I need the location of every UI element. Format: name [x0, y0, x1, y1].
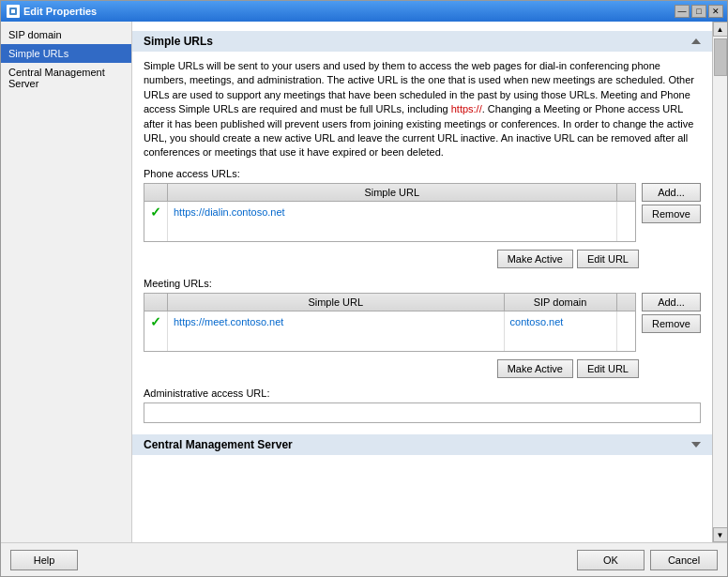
ok-button[interactable]: OK	[577, 550, 645, 570]
meeting-bottom-buttons: Make Active Edit URL	[144, 359, 701, 378]
meeting-table-header-row: Simple URL SIP domain	[144, 294, 635, 311]
scroll-up-button[interactable]: ▲	[713, 22, 728, 37]
phone-table-header-row: Simple URL	[144, 184, 635, 202]
phone-row-extra	[616, 201, 635, 222]
meeting-add-button[interactable]: Add...	[642, 293, 701, 311]
phone-table-actions: Add... Remove	[642, 183, 701, 223]
phone-table-area: Simple URL ✓	[144, 183, 701, 246]
phone-table-container: Simple URL ✓	[144, 183, 636, 242]
main-content: SIP domain Simple URLs Central Managemen…	[1, 22, 727, 542]
meeting-col-extra	[616, 294, 635, 311]
meeting-make-active-button[interactable]: Make Active	[497, 359, 573, 378]
maximize-button[interactable]: □	[691, 5, 706, 18]
admin-url-input[interactable]	[144, 402, 701, 423]
scroll-thumb[interactable]	[714, 38, 727, 76]
phone-row-check: ✓	[144, 201, 168, 222]
close-button[interactable]: ✕	[708, 5, 723, 18]
svg-rect-1	[11, 9, 15, 13]
bottom-bar: Help OK Cancel	[1, 542, 727, 576]
sidebar-item-simple-urls[interactable]: Simple URLs	[1, 44, 131, 63]
phone-remove-button[interactable]: Remove	[642, 205, 701, 223]
title-bar-left: Edit Properties	[7, 5, 97, 18]
meeting-empty-row	[144, 332, 635, 351]
meeting-table: Simple URL SIP domain ✓	[144, 294, 635, 351]
scroll-area[interactable]: Simple URLs Simple URLs will be sent to …	[132, 22, 712, 542]
phone-empty-row	[144, 222, 635, 241]
meeting-edit-url-button[interactable]: Edit URL	[577, 359, 639, 378]
phone-edit-url-button[interactable]: Edit URL	[577, 250, 639, 268]
phone-table: Simple URL ✓	[144, 184, 635, 241]
meeting-table-container: Simple URL SIP domain ✓	[144, 293, 636, 352]
phone-bottom-buttons: Make Active Edit URL	[144, 250, 701, 268]
table-row[interactable]: ✓ https://dialin.contoso.net	[144, 201, 635, 222]
sidebar: SIP domain Simple URLs Central Managemen…	[1, 22, 132, 542]
collapse-icon[interactable]	[691, 38, 701, 44]
phone-table-wrapper: Simple URL ✓	[144, 183, 636, 246]
cms-expand-icon[interactable]	[691, 442, 701, 448]
meeting-remove-button[interactable]: Remove	[642, 314, 701, 333]
description-text: Simple URLs will be sent to your users a…	[144, 59, 701, 160]
phone-access-label: Phone access URLs:	[144, 168, 701, 179]
phone-col-extra	[616, 184, 635, 202]
help-button[interactable]: Help	[10, 550, 78, 570]
meeting-col-sip: SIP domain	[504, 294, 616, 311]
phone-col-check	[144, 184, 168, 202]
phone-url-link[interactable]: https://dialin.contoso.net	[174, 206, 285, 218]
meeting-table-wrapper: Simple URL SIP domain ✓	[144, 293, 636, 356]
window-icon	[7, 5, 20, 18]
minimize-button[interactable]: —	[675, 5, 690, 18]
phone-make-active-button[interactable]: Make Active	[497, 250, 573, 268]
meeting-table-area: Simple URL SIP domain ✓	[144, 293, 701, 356]
sidebar-item-cms[interactable]: Central Management Server	[1, 63, 131, 93]
meeting-sip-value: contoso.net	[510, 316, 564, 327]
section-title: Simple URLs	[144, 35, 213, 48]
section-heading-bar: Simple URLs	[132, 31, 712, 52]
cancel-button[interactable]: Cancel	[650, 550, 718, 570]
phone-col-url: Simple URL	[168, 184, 617, 202]
cms-section: Central Management Server	[144, 434, 701, 455]
meeting-label: Meeting URLs:	[144, 278, 701, 289]
right-panel-wrapper: Simple URLs Simple URLs will be sent to …	[132, 22, 727, 542]
meeting-row-url: https://meet.contoso.net	[168, 311, 505, 332]
meeting-active-checkmark: ✓	[150, 314, 161, 329]
phone-row-url: https://dialin.contoso.net	[168, 201, 617, 222]
scroll-down-button[interactable]: ▼	[713, 527, 728, 542]
edit-properties-window: Edit Properties — □ ✕ SIP domain Simple …	[0, 0, 728, 577]
cms-section-bar: Central Management Server	[132, 434, 712, 455]
table-row[interactable]: ✓ https://meet.contoso.net contoso.net	[144, 311, 635, 332]
admin-access-label: Administrative access URL:	[144, 387, 701, 399]
sidebar-item-sip-domain[interactable]: SIP domain	[1, 25, 131, 44]
phone-add-button[interactable]: Add...	[642, 183, 701, 202]
meeting-row-sip: contoso.net	[504, 311, 616, 332]
title-bar-controls: — □ ✕	[675, 5, 723, 18]
meeting-col-url: Simple URL	[168, 294, 505, 311]
bottom-bar-right: OK Cancel	[577, 550, 718, 570]
title-bar: Edit Properties — □ ✕	[1, 1, 727, 22]
right-panel: Simple URLs Simple URLs will be sent to …	[132, 22, 712, 542]
active-checkmark: ✓	[150, 205, 161, 220]
meeting-row-check: ✓	[144, 311, 168, 332]
window-title: Edit Properties	[23, 6, 97, 17]
meeting-row-extra	[616, 311, 635, 332]
meeting-table-actions: Add... Remove	[642, 293, 701, 333]
meeting-col-check	[144, 294, 168, 311]
cms-section-title: Central Management Server	[144, 438, 293, 451]
scrollbar: ▲ ▼	[712, 22, 727, 542]
meeting-url-link[interactable]: https://meet.contoso.net	[174, 316, 283, 327]
